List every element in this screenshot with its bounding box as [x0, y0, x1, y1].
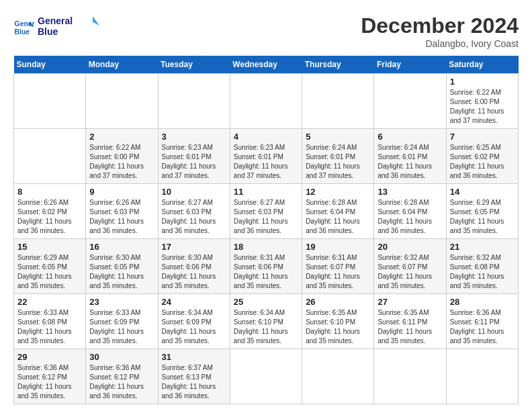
day-header-saturday: Saturday	[446, 56, 518, 74]
day-detail: Sunrise: 6:34 AM Sunset: 6:10 PM Dayligh…	[234, 308, 298, 346]
day-number: 21	[450, 242, 515, 252]
day-number: 18	[234, 242, 298, 252]
day-number: 5	[306, 132, 370, 142]
calendar-cell: 25Sunrise: 6:34 AM Sunset: 6:10 PM Dayli…	[230, 294, 302, 349]
day-detail: Sunrise: 6:24 AM Sunset: 6:01 PM Dayligh…	[306, 143, 370, 181]
calendar-cell: 14Sunrise: 6:29 AM Sunset: 6:05 PM Dayli…	[446, 184, 518, 239]
calendar-cell: 24Sunrise: 6:34 AM Sunset: 6:09 PM Dayli…	[158, 294, 230, 349]
day-detail: Sunrise: 6:36 AM Sunset: 6:11 PM Dayligh…	[450, 308, 515, 346]
calendar-cell: 12Sunrise: 6:28 AM Sunset: 6:04 PM Dayli…	[302, 184, 374, 239]
day-header-wednesday: Wednesday	[230, 56, 302, 74]
day-detail: Sunrise: 6:35 AM Sunset: 6:10 PM Dayligh…	[306, 308, 370, 346]
day-detail: Sunrise: 6:36 AM Sunset: 6:12 PM Dayligh…	[17, 363, 82, 401]
calendar-cell	[446, 349, 518, 404]
day-detail: Sunrise: 6:30 AM Sunset: 6:06 PM Dayligh…	[162, 253, 226, 291]
day-number: 10	[162, 187, 226, 197]
day-detail: Sunrise: 6:23 AM Sunset: 6:01 PM Dayligh…	[234, 143, 298, 181]
calendar-cell: 10Sunrise: 6:27 AM Sunset: 6:03 PM Dayli…	[158, 184, 230, 239]
day-detail: Sunrise: 6:24 AM Sunset: 6:01 PM Dayligh…	[378, 143, 442, 181]
week-row-5: 22Sunrise: 6:33 AM Sunset: 6:08 PM Dayli…	[14, 294, 519, 349]
calendar-cell: 13Sunrise: 6:28 AM Sunset: 6:04 PM Dayli…	[374, 184, 446, 239]
calendar-cell	[14, 129, 86, 184]
day-detail: Sunrise: 6:30 AM Sunset: 6:05 PM Dayligh…	[89, 253, 154, 291]
page-header: General Blue General Blue December 2024 …	[13, 13, 519, 49]
svg-text:General: General	[38, 15, 73, 26]
day-detail: Sunrise: 6:26 AM Sunset: 6:03 PM Dayligh…	[89, 198, 154, 236]
day-number: 24	[162, 297, 226, 307]
day-detail: Sunrise: 6:29 AM Sunset: 6:05 PM Dayligh…	[17, 253, 82, 291]
day-number: 19	[306, 242, 370, 252]
day-number: 6	[378, 132, 442, 142]
calendar-cell: 2Sunrise: 6:22 AM Sunset: 6:00 PM Daylig…	[86, 129, 158, 184]
calendar-cell	[14, 74, 86, 129]
day-header-thursday: Thursday	[302, 56, 374, 74]
day-number: 7	[450, 132, 515, 142]
day-number: 23	[89, 297, 154, 307]
calendar-table: SundayMondayTuesdayWednesdayThursdayFrid…	[13, 56, 519, 404]
day-detail: Sunrise: 6:36 AM Sunset: 6:12 PM Dayligh…	[89, 363, 154, 401]
day-header-monday: Monday	[86, 56, 158, 74]
calendar-cell: 30Sunrise: 6:36 AM Sunset: 6:12 PM Dayli…	[86, 349, 158, 404]
day-number: 26	[306, 297, 370, 307]
month-title: December 2024	[361, 13, 519, 38]
calendar-cell: 18Sunrise: 6:31 AM Sunset: 6:06 PM Dayli…	[230, 239, 302, 294]
calendar-cell	[158, 74, 230, 129]
day-detail: Sunrise: 6:35 AM Sunset: 6:11 PM Dayligh…	[378, 308, 442, 346]
calendar-cell: 17Sunrise: 6:30 AM Sunset: 6:06 PM Dayli…	[158, 239, 230, 294]
day-header-tuesday: Tuesday	[158, 56, 230, 74]
calendar-cell: 27Sunrise: 6:35 AM Sunset: 6:11 PM Dayli…	[374, 294, 446, 349]
calendar-cell: 28Sunrise: 6:36 AM Sunset: 6:11 PM Dayli…	[446, 294, 518, 349]
day-number: 28	[450, 297, 515, 307]
day-detail: Sunrise: 6:33 AM Sunset: 6:09 PM Dayligh…	[89, 308, 154, 346]
week-row-1: 1Sunrise: 6:22 AM Sunset: 6:00 PM Daylig…	[14, 74, 519, 129]
calendar-cell: 16Sunrise: 6:30 AM Sunset: 6:05 PM Dayli…	[86, 239, 158, 294]
calendar-cell: 11Sunrise: 6:27 AM Sunset: 6:03 PM Dayli…	[230, 184, 302, 239]
calendar-cell: 7Sunrise: 6:25 AM Sunset: 6:02 PM Daylig…	[446, 129, 518, 184]
title-section: December 2024 Dalangbo, Ivory Coast	[361, 13, 519, 49]
day-detail: Sunrise: 6:22 AM Sunset: 6:00 PM Dayligh…	[450, 88, 515, 126]
logo-icon: General Blue	[13, 17, 35, 38]
day-number: 3	[162, 132, 226, 142]
logo: General Blue General Blue	[13, 13, 101, 42]
day-detail: Sunrise: 6:32 AM Sunset: 6:08 PM Dayligh…	[450, 253, 515, 291]
day-detail: Sunrise: 6:33 AM Sunset: 6:08 PM Dayligh…	[17, 308, 82, 346]
day-number: 15	[17, 242, 82, 252]
day-detail: Sunrise: 6:22 AM Sunset: 6:00 PM Dayligh…	[89, 143, 154, 181]
calendar-cell: 31Sunrise: 6:37 AM Sunset: 6:13 PM Dayli…	[158, 349, 230, 404]
day-detail: Sunrise: 6:28 AM Sunset: 6:04 PM Dayligh…	[378, 198, 442, 236]
calendar-cell: 15Sunrise: 6:29 AM Sunset: 6:05 PM Dayli…	[14, 239, 86, 294]
day-detail: Sunrise: 6:23 AM Sunset: 6:01 PM Dayligh…	[162, 143, 226, 181]
calendar-cell	[230, 349, 302, 404]
day-detail: Sunrise: 6:37 AM Sunset: 6:13 PM Dayligh…	[162, 363, 226, 401]
calendar-cell: 21Sunrise: 6:32 AM Sunset: 6:08 PM Dayli…	[446, 239, 518, 294]
calendar-cell: 4Sunrise: 6:23 AM Sunset: 6:01 PM Daylig…	[230, 129, 302, 184]
day-number: 31	[162, 352, 226, 362]
day-detail: Sunrise: 6:29 AM Sunset: 6:05 PM Dayligh…	[450, 198, 515, 236]
logo-svg: General Blue	[38, 13, 101, 39]
calendar-cell: 3Sunrise: 6:23 AM Sunset: 6:01 PM Daylig…	[158, 129, 230, 184]
svg-text:General: General	[15, 20, 35, 28]
day-detail: Sunrise: 6:31 AM Sunset: 6:07 PM Dayligh…	[306, 253, 370, 291]
calendar-cell	[302, 349, 374, 404]
svg-marker-5	[93, 16, 99, 26]
header-row: SundayMondayTuesdayWednesdayThursdayFrid…	[14, 56, 519, 74]
week-row-6: 29Sunrise: 6:36 AM Sunset: 6:12 PM Dayli…	[14, 349, 519, 404]
calendar-cell: 20Sunrise: 6:32 AM Sunset: 6:07 PM Dayli…	[374, 239, 446, 294]
calendar-cell: 29Sunrise: 6:36 AM Sunset: 6:12 PM Dayli…	[14, 349, 86, 404]
calendar-cell	[86, 74, 158, 129]
day-number: 29	[17, 352, 82, 362]
day-number: 17	[162, 242, 226, 252]
day-number: 2	[89, 132, 154, 142]
week-row-2: 2Sunrise: 6:22 AM Sunset: 6:00 PM Daylig…	[14, 129, 519, 184]
day-number: 1	[450, 77, 515, 87]
day-number: 22	[17, 297, 82, 307]
day-number: 14	[450, 187, 515, 197]
day-number: 4	[234, 132, 298, 142]
day-header-sunday: Sunday	[14, 56, 86, 74]
week-row-3: 8Sunrise: 6:26 AM Sunset: 6:02 PM Daylig…	[14, 184, 519, 239]
day-number: 16	[89, 242, 154, 252]
day-detail: Sunrise: 6:31 AM Sunset: 6:06 PM Dayligh…	[234, 253, 298, 291]
day-number: 11	[234, 187, 298, 197]
svg-text:Blue: Blue	[38, 26, 58, 37]
calendar-cell: 23Sunrise: 6:33 AM Sunset: 6:09 PM Dayli…	[86, 294, 158, 349]
